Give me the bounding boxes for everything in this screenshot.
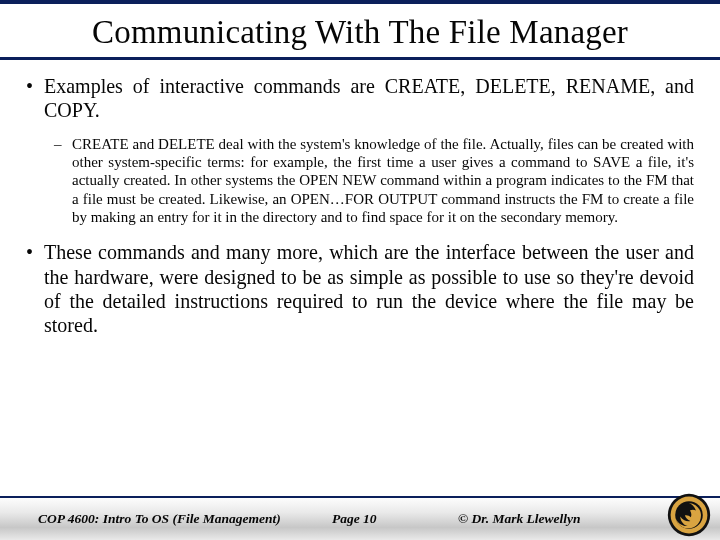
slide: Communicating With The File Manager • Ex… <box>0 0 720 540</box>
slide-footer: COP 4600: Intro To OS (File Management) … <box>0 496 720 540</box>
slide-body: • Examples of interactive commands are C… <box>0 66 720 540</box>
bullet-text: Examples of interactive commands are CRE… <box>44 74 694 123</box>
bullet-text: CREATE and DELETE deal with the system's… <box>72 135 694 226</box>
bullet-level1: • Examples of interactive commands are C… <box>26 74 694 123</box>
bullet-marker-icon: • <box>26 240 44 338</box>
slide-title: Communicating With The File Manager <box>0 14 720 60</box>
bullet-text: These commands and many more, which are … <box>44 240 694 338</box>
bullet-marker-icon: • <box>26 74 44 123</box>
dash-marker-icon: – <box>54 135 72 226</box>
footer-page: Page 10 <box>332 511 458 527</box>
footer-author: © Dr. Mark Llewellyn <box>458 511 640 527</box>
ucf-pegasus-logo-icon <box>666 492 712 538</box>
bullet-level1: • These commands and many more, which ar… <box>26 240 694 338</box>
bullet-level2: – CREATE and DELETE deal with the system… <box>54 135 694 226</box>
footer-course: COP 4600: Intro To OS (File Management) <box>10 511 332 527</box>
